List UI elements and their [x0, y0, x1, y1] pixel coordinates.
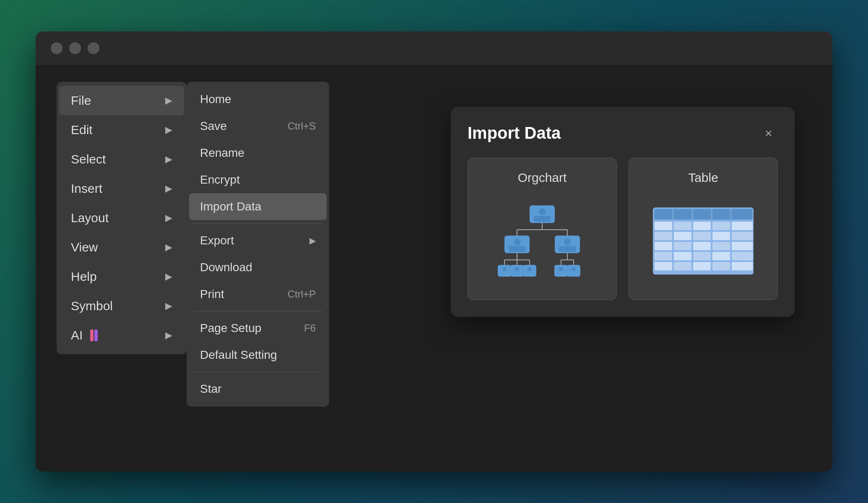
svg-rect-52	[712, 242, 730, 250]
svg-point-8	[514, 239, 520, 245]
svg-rect-12	[559, 246, 576, 252]
svg-rect-42	[712, 222, 730, 230]
svg-rect-55	[674, 252, 691, 260]
svg-point-28	[515, 267, 519, 271]
main-menu: File ▶ Edit ▶ Select ▶ Insert ▶ Layout ▶…	[57, 82, 187, 354]
ai-icon	[90, 329, 98, 341]
svg-rect-58	[732, 252, 753, 260]
submenu-encrypt[interactable]: Encrypt	[189, 166, 327, 193]
dialog-title: Import Data	[468, 124, 561, 143]
orgchart-preview	[481, 195, 604, 287]
dialog-header: Import Data ×	[468, 124, 778, 143]
app-content: File ▶ Edit ▶ Select ▶ Insert ▶ Layout ▶…	[36, 65, 832, 472]
svg-rect-37	[712, 209, 730, 219]
svg-rect-39	[655, 222, 672, 230]
menu-item-ai[interactable]: AI ▶	[59, 321, 184, 350]
svg-rect-38	[732, 209, 753, 219]
menu-item-insert[interactable]: Insert ▶	[59, 174, 184, 203]
svg-rect-34	[655, 209, 672, 219]
submenu-import-data[interactable]: Import Data	[189, 193, 327, 220]
table-option[interactable]: Table	[629, 158, 778, 300]
svg-point-30	[559, 267, 563, 271]
submenu-save[interactable]: Save Ctrl+S	[189, 113, 327, 140]
menu-item-view[interactable]: View ▶	[59, 233, 184, 262]
svg-point-29	[528, 267, 532, 271]
maximize-button[interactable]	[88, 42, 99, 54]
svg-rect-60	[674, 262, 691, 270]
menu-item-select[interactable]: Select ▶	[59, 145, 184, 174]
svg-rect-44	[655, 232, 672, 240]
svg-rect-43	[732, 222, 753, 230]
svg-rect-61	[693, 262, 711, 270]
table-preview	[642, 195, 765, 287]
table-svg	[653, 207, 754, 275]
submenu-print[interactable]: Print Ctrl+P	[189, 281, 327, 308]
title-bar	[36, 31, 832, 65]
svg-rect-49	[655, 242, 672, 250]
svg-rect-35	[674, 209, 691, 219]
export-arrow-icon: ▶	[309, 236, 316, 246]
orgchart-option[interactable]: Orgchart	[468, 158, 617, 300]
dialog-options: Orgchart	[468, 158, 778, 300]
svg-rect-63	[732, 262, 753, 270]
orgchart-svg	[492, 201, 593, 281]
dialog-close-button[interactable]: ×	[759, 124, 778, 143]
svg-rect-46	[693, 232, 711, 240]
submenu-rename[interactable]: Rename	[189, 140, 327, 166]
menu-item-symbol[interactable]: Symbol ▶	[59, 291, 184, 321]
svg-rect-50	[674, 242, 691, 250]
svg-rect-2	[534, 216, 551, 222]
svg-rect-9	[509, 246, 525, 252]
svg-point-11	[564, 239, 571, 245]
svg-point-31	[572, 267, 576, 271]
svg-rect-51	[693, 242, 711, 250]
submenu-export[interactable]: Export ▶	[189, 227, 327, 254]
submenu-divider-1	[193, 223, 322, 224]
close-button[interactable]	[51, 42, 62, 54]
svg-rect-57	[712, 252, 730, 260]
table-label: Table	[688, 171, 718, 185]
insert-arrow-icon: ▶	[165, 183, 172, 194]
submenu-page-setup[interactable]: Page Setup F6	[189, 315, 327, 342]
import-data-dialog: Import Data × Orgchart	[451, 107, 795, 317]
view-arrow-icon: ▶	[165, 242, 172, 253]
app-window: File ▶ Edit ▶ Select ▶ Insert ▶ Layout ▶…	[36, 31, 832, 472]
svg-rect-41	[693, 222, 711, 230]
svg-rect-40	[674, 222, 691, 230]
svg-rect-59	[655, 262, 672, 270]
file-submenu: Home Save Ctrl+S Rename Encrypt Import D…	[187, 82, 329, 407]
submenu-divider-2	[193, 311, 322, 311]
minimize-button[interactable]	[69, 42, 81, 54]
submenu-star[interactable]: Star	[189, 376, 327, 402]
svg-rect-47	[712, 232, 730, 240]
file-arrow-icon: ▶	[165, 95, 172, 106]
help-arrow-icon: ▶	[165, 271, 172, 282]
layout-arrow-icon: ▶	[165, 213, 172, 223]
orgchart-label: Orgchart	[518, 171, 567, 185]
submenu-divider-3	[193, 372, 322, 372]
svg-rect-48	[732, 232, 753, 240]
menu-item-help[interactable]: Help ▶	[59, 262, 184, 291]
symbol-arrow-icon: ▶	[165, 301, 172, 311]
svg-point-1	[539, 208, 546, 215]
ai-arrow-icon: ▶	[165, 330, 172, 341]
svg-rect-53	[732, 242, 753, 250]
svg-rect-45	[674, 232, 691, 240]
menu-item-file[interactable]: File ▶	[59, 86, 184, 115]
submenu-home[interactable]: Home	[189, 86, 327, 113]
menu-item-layout[interactable]: Layout ▶	[59, 203, 184, 233]
svg-point-27	[502, 267, 507, 271]
submenu-download[interactable]: Download	[189, 254, 327, 281]
submenu-default-setting[interactable]: Default Setting	[189, 342, 327, 368]
svg-rect-54	[655, 252, 672, 260]
select-arrow-icon: ▶	[165, 154, 172, 165]
svg-rect-62	[712, 262, 730, 270]
menu-item-edit[interactable]: Edit ▶	[59, 115, 184, 145]
svg-rect-56	[693, 252, 711, 260]
edit-arrow-icon: ▶	[165, 124, 172, 135]
svg-rect-36	[693, 209, 711, 219]
